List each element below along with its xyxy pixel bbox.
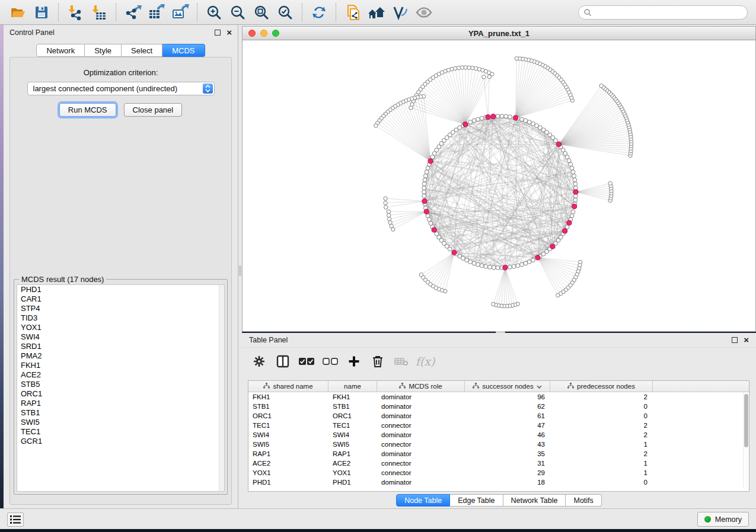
export-table-icon[interactable] [146,3,167,22]
column-header-MCDS-role[interactable]: MCDS role [377,381,465,392]
cell-MCDS-role[interactable]: connector [377,460,465,467]
memory-button[interactable]: Memory [697,512,749,527]
unselect-all-checkboxes-icon[interactable] [321,352,339,370]
table-row[interactable]: FKH1FKH1dominator962 [248,392,749,402]
export-network-icon[interactable] [123,3,143,22]
mcds-result-item[interactable]: STP4 [17,304,224,313]
cell-name[interactable]: FKH1 [328,393,377,400]
cell-predecessor-nodes[interactable]: 2 [550,450,653,457]
cell-MCDS-role[interactable]: connector [377,469,465,476]
cell-successor-nodes[interactable]: 29 [465,469,550,476]
import-network-icon[interactable] [65,3,85,22]
network-graph[interactable] [243,40,755,331]
export-image-icon[interactable] [170,3,190,22]
cell-predecessor-nodes[interactable]: 2 [550,393,653,400]
cell-MCDS-role[interactable]: dominator [377,412,465,419]
zoom-selected-icon[interactable] [275,3,295,22]
cell-MCDS-role[interactable]: connector [377,441,465,448]
cell-predecessor-nodes[interactable]: 0 [550,403,653,410]
cell-name[interactable]: STB1 [328,403,377,410]
cell-MCDS-role[interactable]: dominator [377,450,465,457]
cell-predecessor-nodes[interactable]: 0 [550,479,653,486]
cell-MCDS-role[interactable]: connector [377,422,465,429]
float-panel-icon[interactable] [215,30,221,36]
table-row[interactable]: YOX1YOX1connector291 [248,468,749,477]
search-input[interactable] [592,7,747,18]
tab-node-table[interactable]: Node Table [396,494,450,507]
cell-successor-nodes[interactable]: 61 [465,412,550,419]
close-panel-button[interactable]: Close panel [124,103,183,117]
cell-shared-name[interactable]: ACE2 [248,460,328,467]
cell-shared-name[interactable]: SWI4 [248,431,328,438]
cell-predecessor-nodes[interactable]: 1 [550,441,653,448]
table-scrollbar-thumb[interactable] [744,394,748,447]
cell-predecessor-nodes[interactable]: 2 [550,431,653,438]
cell-name[interactable]: RAP1 [328,450,377,457]
run-mcds-button[interactable]: Run MCDS [59,103,116,117]
cell-shared-name[interactable]: RAP1 [248,450,328,457]
create-column-plus-icon[interactable] [345,352,363,370]
cell-shared-name[interactable]: ORC1 [248,412,328,419]
mcds-result-item[interactable]: RAP1 [17,399,224,408]
close-panel-icon[interactable]: × [227,30,232,36]
column-header-successor-nodes[interactable]: successor nodes [465,381,550,392]
mcds-result-item[interactable]: GCR1 [17,437,224,446]
cell-name[interactable]: TEC1 [328,422,377,429]
table-row[interactable]: ACE2ACE2connector311 [248,459,749,468]
cell-successor-nodes[interactable]: 46 [465,431,550,438]
close-table-panel-icon[interactable]: × [744,337,749,343]
mcds-result-item[interactable]: TID3 [17,313,224,323]
show-columns-icon[interactable] [274,352,292,370]
cell-MCDS-role[interactable]: dominator [377,431,465,438]
optimization-criterion-select[interactable]: largest connected component (undirected) [27,82,215,95]
cell-name[interactable]: SWI5 [328,441,377,448]
cell-successor-nodes[interactable]: 31 [465,460,550,467]
result-list-scrollbar[interactable] [219,285,224,491]
toggle-graphics-details-icon[interactable] [390,3,410,22]
table-row[interactable]: RAP1RAP1dominator352 [248,449,749,459]
cell-shared-name[interactable]: YOX1 [248,469,328,476]
show-hide-eye-icon[interactable] [414,3,434,22]
mcds-result-item[interactable]: CAR1 [17,294,224,304]
mcds-result-item[interactable]: STB1 [17,408,224,418]
table-row[interactable]: SWI5SWI5connector431 [248,440,749,449]
mcds-result-item[interactable]: SRD1 [17,342,224,351]
cell-shared-name[interactable]: SWI5 [248,441,328,448]
column-header-name[interactable]: name [328,381,377,392]
cell-name[interactable]: PHD1 [328,479,377,486]
mcds-result-item[interactable]: FKH1 [17,361,224,370]
tab-edge-table[interactable]: Edge Table [450,494,503,507]
mcds-result-item[interactable]: ORC1 [17,389,224,399]
cell-shared-name[interactable]: FKH1 [248,393,328,400]
table-row[interactable]: STB1STB1dominator620 [248,402,749,411]
tab-select[interactable]: Select [122,44,162,57]
cell-name[interactable]: SWI4 [328,431,377,438]
cell-successor-nodes[interactable]: 62 [465,403,550,410]
cell-shared-name[interactable]: PHD1 [248,479,328,486]
mcds-result-item[interactable]: PMA2 [17,351,224,361]
tab-network-table[interactable]: Network Table [503,494,566,507]
column-header-shared-name[interactable]: shared name [248,381,328,392]
float-table-panel-icon[interactable] [732,337,738,343]
cell-successor-nodes[interactable]: 18 [465,479,550,486]
mcds-result-item[interactable]: YOX1 [17,323,224,332]
cell-name[interactable]: ACE2 [328,460,377,467]
cell-predecessor-nodes[interactable]: 2 [550,422,653,429]
clone-network-icon[interactable] [343,3,363,22]
cell-predecessor-nodes[interactable]: 1 [550,460,653,467]
table-settings-gear-icon[interactable] [250,352,268,370]
save-session-icon[interactable] [31,3,52,22]
show-all-networks-icon[interactable] [366,3,387,22]
zoom-out-icon[interactable] [228,3,248,22]
cell-successor-nodes[interactable]: 96 [465,393,550,400]
table-row[interactable]: ORC1ORC1dominator610 [248,411,749,421]
table-row[interactable]: PHD1PHD1dominator180 [248,477,749,487]
mcds-result-item[interactable]: STB5 [17,380,224,389]
cell-MCDS-role[interactable]: dominator [377,403,465,410]
cell-shared-name[interactable]: TEC1 [248,422,328,429]
zoom-fit-icon[interactable] [251,3,272,22]
cell-MCDS-role[interactable]: dominator [377,479,465,486]
mcds-result-item[interactable]: SWI5 [17,418,224,427]
table-scrollbar[interactable] [743,393,748,488]
cell-predecessor-nodes[interactable]: 1 [550,469,653,476]
